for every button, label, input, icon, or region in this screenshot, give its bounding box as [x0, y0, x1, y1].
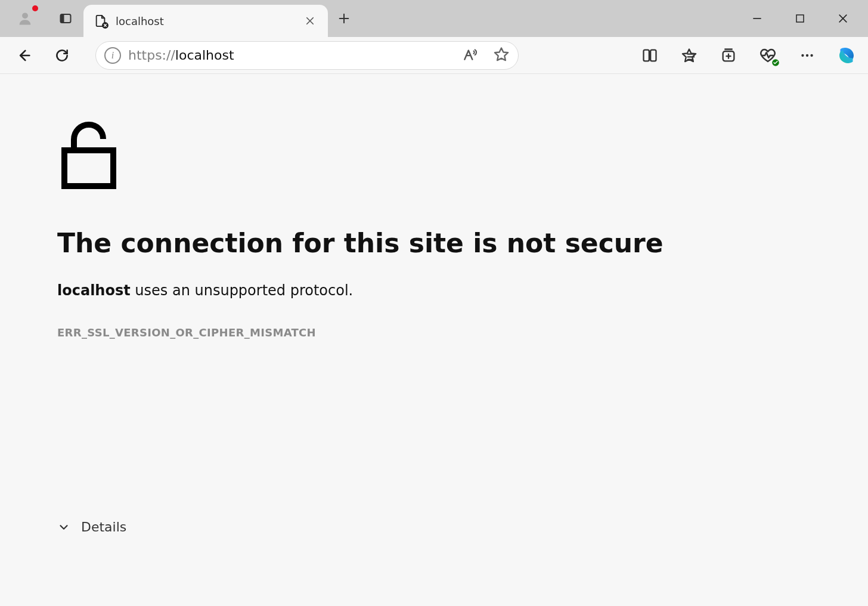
close-icon [837, 13, 849, 24]
svg-point-11 [810, 54, 813, 56]
svg-point-0 [22, 13, 28, 18]
maximize-icon [795, 13, 805, 24]
close-icon [305, 16, 315, 26]
tab-actions-icon [58, 11, 73, 26]
refresh-button[interactable] [44, 41, 80, 70]
svg-rect-12 [64, 150, 113, 186]
collections-button[interactable] [718, 45, 739, 66]
arrow-left-icon [16, 47, 32, 64]
url-display: https://localhost [128, 48, 455, 63]
site-info-button[interactable]: i [104, 47, 121, 64]
svg-point-9 [801, 54, 804, 56]
star-icon [493, 46, 510, 63]
person-icon [17, 10, 33, 27]
minimize-icon [751, 13, 763, 24]
url-scheme: https:// [128, 48, 175, 63]
svg-rect-4 [796, 15, 804, 22]
window-close-button[interactable] [822, 0, 864, 37]
tab-favicon-error-icon [94, 14, 107, 27]
titlebar: localhost [0, 0, 868, 37]
copilot-icon [836, 45, 857, 66]
back-button[interactable] [6, 41, 42, 70]
split-screen-button[interactable] [639, 45, 661, 66]
open-lock-icon [57, 116, 123, 193]
tab-actions-button[interactable] [54, 7, 78, 30]
favorites-button[interactable] [678, 45, 700, 66]
details-label: Details [81, 520, 126, 534]
svg-rect-2 [61, 14, 64, 23]
window-minimize-button[interactable] [736, 0, 779, 37]
svg-point-10 [806, 54, 808, 56]
tab-title: localhost [116, 15, 294, 27]
favorites-icon [681, 47, 698, 64]
svg-rect-6 [650, 50, 656, 61]
notification-dot-icon [32, 5, 38, 11]
profile-button[interactable] [13, 7, 37, 30]
url-host: localhost [175, 48, 234, 63]
collections-icon [720, 47, 737, 64]
refresh-icon [54, 48, 70, 63]
plus-icon [337, 12, 351, 25]
window-controls [736, 0, 868, 37]
tab-localhost[interactable]: localhost [83, 5, 328, 37]
svg-rect-5 [644, 50, 649, 61]
read-aloud-button[interactable] [462, 47, 478, 64]
error-heading: The connection for this site is not secu… [57, 228, 868, 258]
settings-menu-button[interactable] [796, 45, 818, 66]
error-message-tail: uses an unsupported protocol. [131, 282, 354, 299]
browser-essentials-button[interactable] [757, 45, 779, 66]
details-toggle[interactable]: Details [57, 520, 126, 534]
split-screen-icon [641, 47, 658, 64]
toolbar: i https://localhost [0, 37, 868, 74]
check-badge-icon [771, 58, 780, 67]
tab-close-button[interactable] [303, 14, 317, 28]
more-icon [799, 48, 815, 63]
window-maximize-button[interactable] [779, 0, 822, 37]
error-code: ERR_SSL_VERSION_OR_CIPHER_MISMATCH [57, 326, 868, 339]
copilot-button[interactable] [836, 45, 857, 66]
error-message: localhost uses an unsupported protocol. [57, 282, 868, 299]
read-aloud-icon [462, 47, 478, 62]
add-favorite-button[interactable] [493, 46, 510, 65]
ssl-error-page: The connection for this site is not secu… [0, 74, 868, 606]
address-bar[interactable]: i https://localhost [95, 41, 519, 70]
new-tab-button[interactable] [328, 0, 360, 37]
chevron-down-icon [57, 521, 70, 534]
error-host: localhost [57, 282, 131, 299]
